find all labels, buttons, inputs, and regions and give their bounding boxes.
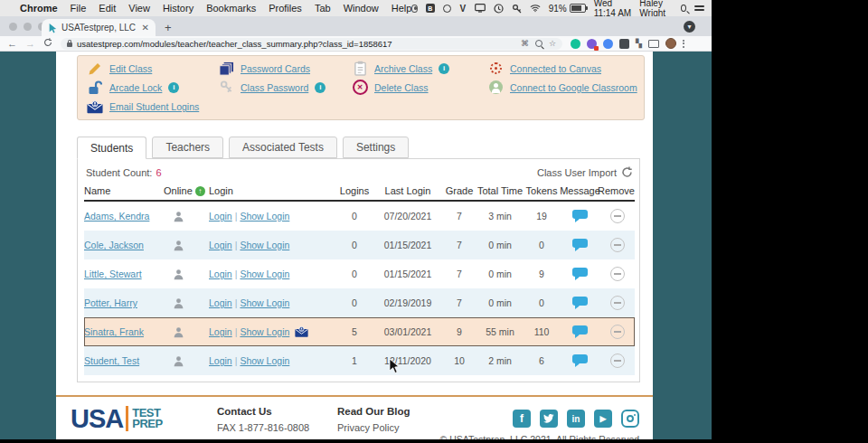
battery-indicator[interactable]: 91% <box>549 4 586 14</box>
show-login-link[interactable]: Show Login <box>240 269 289 279</box>
close-window-button[interactable] <box>9 23 17 31</box>
menu-help[interactable]: Help <box>392 3 412 14</box>
show-login-link[interactable]: Show Login <box>240 355 289 366</box>
remove-icon[interactable] <box>610 353 625 368</box>
extension-icon-badged[interactable] <box>587 39 597 49</box>
message-icon[interactable] <box>572 354 588 367</box>
address-bar[interactable]: usatestprep.com/modules/teacher/teacher_… <box>61 38 562 50</box>
usatestprep-logo[interactable]: USA TEST PREP <box>71 406 163 431</box>
profile-avatar[interactable] <box>665 38 676 49</box>
action-password-cards[interactable]: Password Cards <box>218 61 352 77</box>
show-login-link[interactable]: Show Login <box>240 211 289 222</box>
edit-class-link[interactable]: Edit Class <box>109 63 152 74</box>
action-connect-google[interactable]: Connect to Google Classroom <box>487 80 637 96</box>
login-link[interactable]: Login <box>209 240 232 250</box>
action-connected-canvas[interactable]: Connected to Canvas <box>487 61 637 77</box>
login-link[interactable]: Login <box>209 269 232 279</box>
arcade-lock-link[interactable]: Arcade Lock <box>109 82 162 93</box>
show-login-link[interactable]: Show Login <box>240 297 289 308</box>
connect-google-link[interactable]: Connect to Google Classroom <box>510 82 637 93</box>
zoom-level-icon[interactable] <box>535 40 542 47</box>
read-blog-link[interactable]: Read Our Blog <box>337 406 410 417</box>
menu-app-name[interactable]: Chrome <box>20 3 58 14</box>
instagram-icon[interactable] <box>621 410 639 428</box>
delete-class-link[interactable]: Delete Class <box>374 82 429 93</box>
message-icon[interactable] <box>572 210 588 222</box>
remove-icon[interactable] <box>610 296 625 310</box>
extensions-puzzle-icon[interactable]: ▚ <box>636 39 642 48</box>
tab-search-button[interactable]: ▾ <box>684 21 695 33</box>
menubar-clock[interactable]: Wed 11:14 AM <box>594 0 632 18</box>
menu-history[interactable]: History <box>163 3 193 14</box>
action-edit-class[interactable]: Edit Class <box>87 61 218 77</box>
minimize-window-button[interactable] <box>24 23 32 31</box>
login-link[interactable]: Login <box>209 297 232 308</box>
privacy-policy-link[interactable]: Privacy Policy <box>337 422 410 433</box>
action-email-logins[interactable]: Email Student Logins <box>87 99 352 115</box>
menu-file[interactable]: File <box>71 3 87 14</box>
linkedin-icon[interactable]: in <box>567 410 585 428</box>
ssl-lock-icon[interactable] <box>67 42 72 47</box>
grammarly-extension-icon[interactable] <box>571 39 580 49</box>
menu-window[interactable]: Window <box>344 3 379 14</box>
time-machine-icon[interactable] <box>494 3 504 14</box>
window-controls[interactable] <box>9 23 46 31</box>
class-password-info-icon[interactable]: i <box>315 82 326 93</box>
archive-class-link[interactable]: Archive Class <box>374 63 432 74</box>
wifi-icon[interactable] <box>530 3 541 14</box>
message-icon[interactable] <box>572 325 588 338</box>
remove-icon[interactable] <box>610 209 625 223</box>
menu-edit[interactable]: Edit <box>99 3 116 14</box>
forward-button[interactable]: → <box>25 39 35 49</box>
student-name-link[interactable]: Cole, Jackson <box>84 240 144 250</box>
round-app-icon[interactable] <box>443 5 451 13</box>
back-button[interactable]: ← <box>7 39 17 49</box>
student-name-link[interactable]: Potter, Harry <box>84 297 137 308</box>
message-icon[interactable] <box>572 239 588 251</box>
cast-icon[interactable] <box>648 40 659 48</box>
action-archive-class[interactable]: Archive Class i <box>352 61 487 77</box>
menu-bookmarks[interactable]: Bookmarks <box>206 3 256 14</box>
student-name-link[interactable]: Sinatra, Frank <box>84 326 144 337</box>
show-login-link[interactable]: Show Login <box>240 240 289 250</box>
tab-students[interactable]: Students <box>77 137 146 159</box>
tab-settings[interactable]: Settings <box>343 137 409 158</box>
refresh-icon[interactable] <box>621 166 633 178</box>
menu-view[interactable]: View <box>128 3 150 14</box>
shortcut-icon[interactable]: ⌘ <box>521 39 529 48</box>
login-link[interactable]: Login <box>209 326 232 337</box>
keyboard-icon[interactable] <box>512 3 522 14</box>
password-cards-link[interactable]: Password Cards <box>241 63 310 74</box>
archive-info-icon[interactable]: i <box>439 63 449 74</box>
student-name-link[interactable]: Student, Test <box>84 355 139 366</box>
connected-canvas-link[interactable]: Connected to Canvas <box>510 63 601 74</box>
facebook-icon[interactable]: f <box>513 410 531 428</box>
bookmark-star-icon[interactable]: ☆ <box>549 39 556 48</box>
spotlight-search-icon[interactable] <box>681 5 686 12</box>
extension-icon-blue[interactable] <box>603 39 613 49</box>
action-arcade-lock[interactable]: Arcade Lock i <box>87 80 218 96</box>
student-name-link[interactable]: Little, Stewart <box>84 269 142 279</box>
new-tab-button[interactable]: + <box>165 21 172 34</box>
student-name-link[interactable]: Adams, Kendra <box>84 211 149 222</box>
contact-us-link[interactable]: Contact Us <box>217 406 326 417</box>
url-text[interactable]: usatestprep.com/modules/teacher/teacher_… <box>77 39 516 49</box>
browser-tab[interactable]: USATestprep, LLC - Online Sta ✕ <box>42 19 156 36</box>
remove-icon[interactable] <box>610 325 625 339</box>
login-link[interactable]: Login <box>209 211 232 222</box>
action-class-password[interactable]: Class Password i <box>218 80 352 96</box>
message-icon[interactable] <box>572 268 588 280</box>
remove-icon[interactable] <box>610 238 625 252</box>
arcade-lock-info-icon[interactable]: i <box>168 82 179 93</box>
tab-teachers[interactable]: Teachers <box>152 137 223 158</box>
twitter-icon[interactable] <box>540 410 558 428</box>
tab-close-icon[interactable]: ✕ <box>142 24 149 33</box>
menubar-user[interactable]: Haley Wright <box>639 0 673 18</box>
reload-button[interactable] <box>43 38 52 49</box>
class-user-import[interactable]: Class User Import <box>537 166 633 178</box>
tab-associated-tests[interactable]: Associated Tests <box>229 137 337 158</box>
message-icon[interactable] <box>572 297 588 309</box>
chrome-menu-icon[interactable] <box>683 40 684 48</box>
v-app-icon[interactable]: V <box>459 3 467 14</box>
menu-profiles[interactable]: Profiles <box>269 3 302 14</box>
